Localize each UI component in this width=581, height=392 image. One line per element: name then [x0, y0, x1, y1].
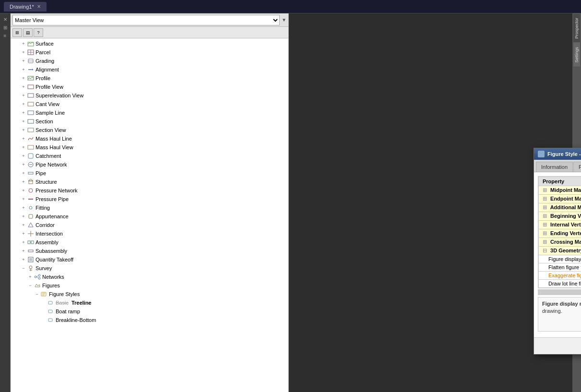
tree-item-assembly[interactable]: + Assembly: [11, 238, 288, 247]
appurtenance-icon: [27, 213, 35, 220]
dialog-tabs: Information Plan and Model 3D Geometry P…: [534, 160, 581, 172]
row-draw-lot-line[interactable]: Draw lot line figures in plan: [539, 280, 581, 288]
tree-item-structure[interactable]: + Structure: [11, 178, 288, 186]
tree-item-mass-haul-view[interactable]: + Mass Haul View: [11, 143, 288, 152]
toolbox-icon-1: ✕: [2, 16, 8, 23]
row-3d-geometry-group[interactable]: ⊟ 3D Geometry: [539, 247, 581, 255]
svg-rect-31: [28, 250, 33, 252]
row-crossing-marker[interactable]: ⊞ Crossing Marker: [539, 238, 581, 247]
tree-item-figures[interactable]: − Figures: [11, 281, 288, 290]
tree-item-pressure-network[interactable]: + Pressure Network: [11, 186, 288, 195]
pipe-icon: [27, 169, 35, 177]
tree-item-basic[interactable]: Basic Treeline: [11, 298, 288, 307]
tree-toolbar-btn-1[interactable]: ⊞: [12, 28, 22, 37]
profile-view-icon: [27, 83, 35, 91]
tree-item-sample-line[interactable]: + Sample Line: [11, 108, 288, 117]
tree-item-alignment[interactable]: + Alignment: [11, 65, 288, 74]
expand-icon: +: [20, 66, 27, 73]
svg-marker-21: [28, 179, 33, 181]
row-additional-markers[interactable]: ⊞ Additional Markers: [539, 203, 581, 212]
row-midpoint-markers[interactable]: ⊞ Midpoint Markers: [539, 186, 581, 195]
tree-label-intersection: Intersection: [35, 231, 63, 237]
tree-item-subassembly[interactable]: + Subassembly: [11, 247, 288, 255]
row-exaggerate[interactable]: Exaggerate figure elevations by scale fa…: [539, 272, 581, 280]
table-hscrollbar[interactable]: [538, 289, 581, 295]
tree-item-profile-view[interactable]: + Profile View: [11, 83, 288, 91]
row-label-figure-display-mode: Figure display mode: [548, 256, 581, 262]
tree-item-section-view[interactable]: + Section View: [11, 126, 288, 134]
row-internal-vertex[interactable]: ⊞ Internal Vertex Markers: [539, 221, 581, 229]
svg-point-36: [29, 266, 32, 269]
row-label-3dgeom: 3D Geometry: [550, 248, 581, 253]
expand-icon-networks: +: [27, 273, 34, 280]
tree-item-boat-ramp[interactable]: Boat ramp: [11, 307, 288, 316]
row-label-draw-lot-line: Draw lot line figures in plan: [548, 281, 581, 286]
tree-item-appurtenance[interactable]: + Appurtenance: [11, 212, 288, 221]
tree-item-pipe-network[interactable]: + Pipe Network: [11, 160, 288, 169]
toolbox-icon-3: ≡: [3, 32, 8, 39]
tree-label-surface: Surface: [35, 41, 54, 47]
property-table-container: Property Value ⊞ Midpoint Markers: [538, 176, 581, 288]
tree-item-figure-styles[interactable]: − Figure Styles: [11, 290, 288, 298]
pressure-pipe-icon: [27, 195, 35, 203]
tree-item-breakline-bottom[interactable]: Breakline-Bottom: [11, 316, 288, 324]
tree-item-corridor[interactable]: + Corridor: [11, 221, 288, 229]
tree-toolbar-btn-2[interactable]: ▤: [23, 28, 33, 37]
tab-close-icon[interactable]: ✕: [37, 4, 41, 9]
col-header-property: Property: [539, 177, 581, 186]
svg-marker-7: [32, 69, 33, 71]
tree-item-survey[interactable]: − Survey: [11, 264, 288, 273]
hscroll-thumb[interactable]: [538, 290, 581, 295]
sidebar-tab-prospector[interactable]: Prospector: [573, 13, 580, 43]
tab-information[interactable]: Information: [536, 162, 573, 172]
drawing-tab[interactable]: Drawing1* ✕: [4, 2, 47, 12]
tree-item-pipe[interactable]: + Pipe: [11, 169, 288, 178]
tree-item-pressure-pipe[interactable]: + Pressure Pipe: [11, 195, 288, 203]
tree-item-superelevation-view[interactable]: + Superelevation View: [11, 91, 288, 100]
expand-icon: +: [20, 170, 27, 177]
row-flatten[interactable]: Flatten figure to elevation: [539, 263, 581, 272]
tree-label-appurtenance: Appurtenance: [35, 214, 69, 219]
tree-label-profile-view: Profile View: [35, 84, 63, 90]
tree-label-section: Section: [35, 119, 53, 124]
expand-icon: +: [20, 92, 27, 99]
svg-rect-50: [48, 319, 52, 321]
row-ending-vertex[interactable]: ⊞ Ending Vertex Marker: [539, 229, 581, 238]
tree-item-cant-view[interactable]: + Cant View: [11, 100, 288, 108]
row-figure-display-mode[interactable]: Figure display mode Flatten figure to el…: [539, 255, 581, 263]
tree-item-grading[interactable]: + Grading: [11, 57, 288, 65]
tree-item-quantity-takeoff[interactable]: + Quantity Takeoff: [11, 255, 288, 264]
row-label-flatten: Flatten figure to elevation: [548, 264, 581, 270]
mass-haul-line-icon: [27, 135, 35, 143]
tree-label-profile: Profile: [35, 75, 50, 81]
row-beginning-vertex[interactable]: ⊞ Beginning Vertex Marker: [539, 212, 581, 221]
tree-label-mass-haul-line: Mass Haul Line: [35, 136, 72, 142]
sidebar-tab-settings[interactable]: Settings: [573, 43, 580, 67]
tree-item-mass-haul-line[interactable]: + Mass Haul Line: [11, 134, 288, 143]
row-endpoint-markers[interactable]: ⊞ Endpoint Markers: [539, 195, 581, 203]
tree-item-intersection[interactable]: + Intersection: [11, 229, 288, 238]
master-view-select[interactable]: Master View: [12, 15, 280, 25]
svg-point-40: [38, 274, 40, 276]
tree-label-assembly: Assembly: [35, 239, 59, 245]
survey-icon: [27, 264, 35, 272]
tree-item-parcel[interactable]: + Parcel: [11, 48, 288, 57]
svg-rect-13: [28, 119, 34, 123]
figures-icon: [34, 282, 41, 289]
expand-internal: ⊞: [543, 222, 547, 227]
dialog-titlebar: Figure Style - Bas... Treeline — □ ✕: [534, 148, 581, 160]
row-label-ending: Ending Vertex Marker: [550, 230, 581, 236]
tree-item-networks[interactable]: + Networks: [11, 273, 288, 281]
tree-label-networks: Networks: [41, 274, 64, 280]
expand-icon: +: [20, 101, 27, 107]
tree-toolbar-btn-3[interactable]: ?: [34, 28, 43, 37]
svg-point-22: [29, 189, 33, 192]
tree-item-profile[interactable]: + Profile: [11, 74, 288, 83]
tree-item-surface[interactable]: + Surface: [11, 39, 288, 48]
tree-item-fitting[interactable]: + Fitting: [11, 203, 288, 212]
expand-icon: +: [20, 187, 27, 194]
dialog-body: Property Value ⊞ Midpoint Markers: [534, 172, 581, 337]
tab-plan-and-model[interactable]: Plan and Model: [573, 162, 581, 172]
tree-item-section[interactable]: + Section: [11, 117, 288, 126]
tree-item-catchment[interactable]: + Catchment: [11, 152, 288, 160]
